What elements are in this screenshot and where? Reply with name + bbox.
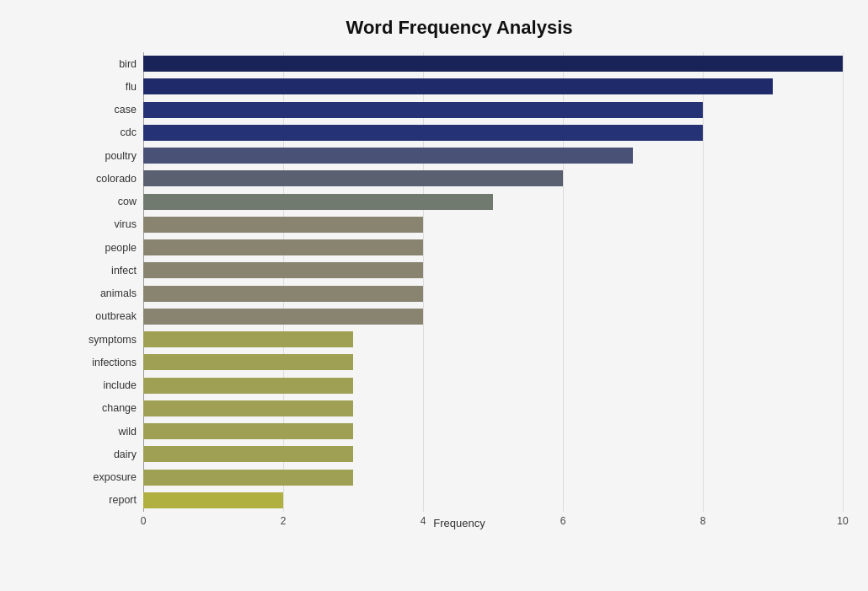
y-label-wild: wild	[76, 420, 143, 443]
bar-fill-virus	[143, 217, 423, 233]
y-label-cdc: cdc	[76, 121, 143, 144]
bar-row-poultry	[143, 144, 843, 167]
chart-container: Word Frequency Analysis birdflucasecdcpo…	[0, 0, 868, 591]
bar-fill-dairy	[143, 446, 353, 462]
y-label-report: report	[76, 489, 143, 512]
y-label-poultry: poultry	[76, 144, 143, 167]
bar-row-cow	[143, 191, 843, 213]
y-label-exposure: exposure	[76, 466, 143, 489]
bar-fill-cow	[143, 194, 493, 210]
bar-fill-symptoms	[143, 331, 353, 347]
bar-row-infect	[143, 259, 843, 282]
bar-fill-animals	[143, 286, 423, 302]
bar-fill-colorado	[143, 170, 563, 186]
bar-row-animals	[143, 282, 843, 305]
y-label-dairy: dairy	[76, 443, 143, 465]
x-tick-4: 4	[421, 515, 426, 527]
bar-row-colorado	[143, 167, 843, 190]
bars-area	[143, 52, 843, 512]
bar-fill-bird	[143, 56, 843, 72]
y-label-bird: bird	[76, 52, 143, 75]
bar-row-infections	[143, 351, 843, 373]
y-label-people: people	[76, 236, 143, 259]
bar-fill-infect	[143, 262, 423, 278]
x-tick-0: 0	[141, 515, 147, 527]
y-label-flu: flu	[76, 75, 143, 98]
bar-fill-cdc	[143, 125, 703, 141]
x-tick-6: 6	[560, 515, 566, 527]
grid-line-10	[843, 52, 844, 512]
x-tick-10: 10	[837, 515, 848, 527]
y-label-infect: infect	[76, 259, 143, 282]
bar-row-dairy	[143, 443, 843, 465]
y-label-outbreak: outbreak	[76, 305, 143, 328]
bar-row-include	[143, 374, 843, 397]
bar-row-case	[143, 99, 843, 121]
bar-fill-flu	[143, 78, 773, 94]
y-label-cow: cow	[76, 191, 143, 213]
y-label-change: change	[76, 397, 143, 420]
bar-fill-exposure	[143, 470, 353, 486]
y-label-case: case	[76, 99, 143, 121]
bar-fill-outbreak	[143, 309, 423, 325]
y-label-colorado: colorado	[76, 167, 143, 190]
bar-fill-change	[143, 400, 353, 416]
bar-row-symptoms	[143, 328, 843, 351]
bar-row-wild	[143, 420, 843, 443]
chart-title: Word Frequency Analysis	[76, 17, 843, 39]
x-tick-8: 8	[700, 515, 706, 527]
y-label-virus: virus	[76, 213, 143, 236]
x-tick-2: 2	[281, 515, 287, 527]
y-label-include: include	[76, 374, 143, 397]
bar-fill-wild	[143, 423, 353, 439]
y-label-symptoms: symptoms	[76, 328, 143, 351]
bar-row-outbreak	[143, 305, 843, 328]
bar-row-cdc	[143, 121, 843, 144]
bar-fill-include	[143, 378, 353, 394]
bars-inner	[143, 52, 843, 512]
bar-fill-infections	[143, 354, 353, 370]
y-label-infections: infections	[76, 351, 143, 373]
bar-fill-report	[143, 492, 283, 508]
bar-row-report	[143, 489, 843, 512]
bar-row-change	[143, 397, 843, 420]
y-axis-labels: birdflucasecdcpoultrycoloradocowviruspeo…	[76, 52, 143, 512]
y-label-animals: animals	[76, 282, 143, 305]
bar-fill-poultry	[143, 148, 633, 164]
bar-row-virus	[143, 213, 843, 236]
x-axis-title: Frequency	[76, 517, 843, 529]
bar-row-exposure	[143, 466, 843, 489]
bar-fill-people	[143, 239, 423, 255]
bar-row-bird	[143, 52, 843, 75]
bar-row-flu	[143, 75, 843, 98]
bar-fill-case	[143, 102, 703, 118]
bar-row-people	[143, 236, 843, 259]
